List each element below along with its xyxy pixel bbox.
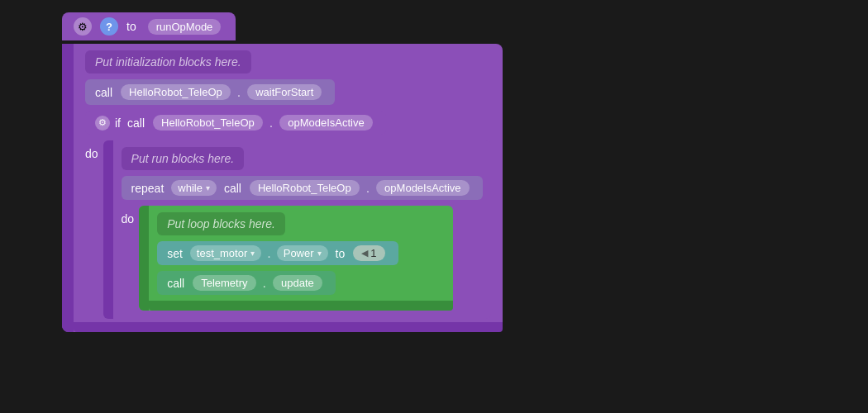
run-placeholder-block: Put run blocks here. <box>122 147 245 170</box>
value-connector: ◀ <box>361 248 368 259</box>
purple-bottom-bar <box>74 322 503 332</box>
call-waitforstart-block[interactable]: call HelloRobot_TeleOp . waitForStart <box>85 79 335 105</box>
motor-arrow: ▾ <box>250 249 255 258</box>
repeat-while-block[interactable]: repeat while ▾ call HelloRobot_TeleOp . … <box>122 176 483 200</box>
if-row: ⚙ if call HelloRobot_TeleOp . opModeIsAc… <box>85 111 491 137</box>
header-row: ⚙ ? to runOpMode <box>62 12 503 40</box>
to-keyword-2: to <box>336 247 346 260</box>
green-bottom-bar <box>149 301 453 311</box>
help-icon[interactable]: ? <box>100 17 118 36</box>
power-arrow: ▾ <box>317 249 322 258</box>
gear-icon[interactable]: ⚙ <box>74 17 92 36</box>
init-placeholder-row: Put initialization blocks here. <box>85 50 491 76</box>
dot-1: . <box>237 85 241 100</box>
loop-placeholder-row: Put loop blocks here. <box>157 212 445 238</box>
do-label-2: do <box>122 212 135 225</box>
do-outer-row: do Put run blocks here. <box>85 140 491 319</box>
method-pill-1: waitForStart <box>247 84 322 100</box>
loop-placeholder-block: Put loop blocks here. <box>157 212 285 235</box>
if-block[interactable]: ⚙ if call HelloRobot_TeleOp . opModeIsAc… <box>85 111 386 135</box>
do-inner-row: do Put loop blocks here. <box>122 206 483 311</box>
set-motor-block[interactable]: set test_motor ▾ . Power <box>157 241 398 265</box>
if-gear-icon[interactable]: ⚙ <box>95 116 110 131</box>
method-pill-3: opModeIsActive <box>376 180 470 196</box>
function-name-pill: runOpMode <box>148 19 222 35</box>
run-placeholder-row: Put run blocks here. <box>122 147 483 173</box>
class-pill-1: HelloRobot_TeleOp <box>121 84 231 100</box>
dot-2: . <box>269 116 273 131</box>
do-label-1: do <box>85 147 98 160</box>
power-dropdown[interactable]: Power ▾ <box>277 245 328 261</box>
telemetry-class-pill: Telemetry <box>193 275 255 291</box>
repeat-while-row: repeat while ▾ call HelloRobot_TeleOp . … <box>122 176 483 202</box>
class-pill-2: HelloRobot_TeleOp <box>153 115 263 131</box>
value-pill[interactable]: ◀ 1 <box>353 245 384 261</box>
set-motor-row: set test_motor ▾ . Power <box>157 241 445 268</box>
call-waitforstart-row: call HelloRobot_TeleOp . waitForStart <box>85 79 491 107</box>
dot-5: . <box>263 276 266 291</box>
dot-3: . <box>366 181 370 196</box>
to-keyword: to <box>126 20 136 33</box>
telemetry-method-pill: update <box>273 275 322 291</box>
init-placeholder-block: Put initialization blocks here. <box>85 50 251 74</box>
while-dropdown[interactable]: while ▾ <box>171 180 217 196</box>
class-pill-3: HelloRobot_TeleOp <box>250 180 360 196</box>
while-arrow: ▾ <box>206 183 210 192</box>
motor-dropdown[interactable]: test_motor ▾ <box>190 245 261 261</box>
dot-4: . <box>267 246 270 261</box>
call-telemetry-block[interactable]: call Telemetry . update <box>157 271 336 295</box>
method-pill-2: opModeIsActive <box>279 115 373 131</box>
call-telemetry-row: call Telemetry . update <box>157 271 445 297</box>
